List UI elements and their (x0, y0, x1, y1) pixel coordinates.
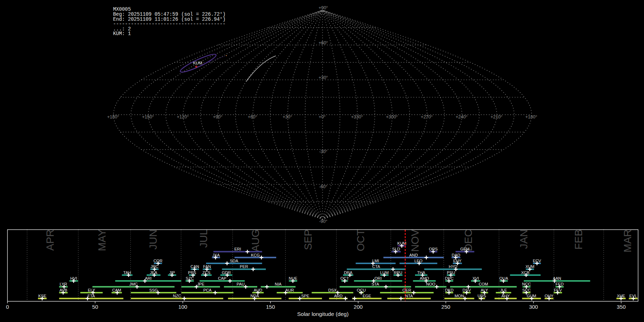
svg-text:AUR: AUR (286, 288, 294, 292)
svg-text:GDR: GDR (222, 270, 231, 275)
svg-text:SEP: SEP (302, 229, 314, 250)
svg-text:HVI: HVI (70, 276, 77, 280)
svg-text:+90°: +90° (318, 5, 328, 10)
svg-text:AMO: AMO (420, 276, 429, 280)
svg-text:JXA: JXA (212, 253, 220, 257)
svg-text:250: 250 (441, 304, 450, 310)
svg-text:JIP: JIP (169, 270, 175, 275)
svg-text:JRC: JRC (151, 264, 158, 269)
svg-text:MON: MON (455, 294, 464, 298)
svg-text:SZC: SZC (186, 276, 194, 280)
svg-text:XHE: XHE (617, 294, 625, 298)
svg-text:OHY: OHY (545, 294, 553, 298)
svg-text:150: 150 (266, 304, 275, 310)
svg-text:AND: AND (409, 253, 418, 257)
svg-text:SPE: SPE (301, 294, 309, 298)
svg-text:200: 200 (354, 304, 363, 310)
svg-text:+60°: +60° (248, 114, 257, 119)
svg-text:LYR: LYR (60, 282, 67, 286)
svg-text:NDA: NDA (250, 294, 259, 298)
svg-text:FTA: FTA (88, 294, 95, 298)
svg-text:NOO: NOO (426, 282, 435, 286)
svg-text:XCB: XCB (521, 270, 530, 275)
svg-text:300: 300 (529, 304, 538, 310)
svg-text:100: 100 (178, 304, 187, 310)
svg-text:DSV: DSV (463, 288, 471, 292)
svg-text:SCC: SCC (522, 288, 531, 292)
svg-text:DSX: DSX (328, 288, 337, 292)
svg-text:JMC: JMC (129, 282, 137, 286)
svg-text:+0°: +0° (319, 114, 326, 119)
svg-text:PER: PER (240, 264, 248, 269)
svg-text:PAU: PAU (236, 282, 244, 286)
svg-text:URS: URS (478, 294, 486, 298)
svg-text:CAM: CAM (112, 288, 121, 292)
svg-text:NCC: NCC (522, 282, 531, 286)
svg-text:KCG: KCG (251, 253, 260, 257)
svg-text:DRA: DRA (344, 270, 352, 275)
svg-text:ORI: ORI (375, 276, 382, 280)
svg-text:NTA: NTA (405, 294, 413, 298)
svg-text:APR: APR (44, 229, 56, 251)
svg-text:+180°: +180° (107, 114, 119, 119)
svg-text:OCT: OCT (341, 276, 349, 280)
svg-text:LEO: LEO (414, 259, 423, 263)
svg-text:FED: FED (556, 282, 564, 286)
svg-text:ELY: ELY (88, 288, 95, 292)
svg-text:+150°: +150° (142, 114, 154, 119)
svg-text:-60°: -60° (319, 184, 327, 189)
svg-text:SDA: SDA (230, 259, 239, 263)
svg-text:NZC: NZC (173, 294, 181, 298)
svg-text:XVI: XVI (472, 276, 479, 280)
svg-text:KUM: KUM (193, 61, 203, 65)
svg-text:COM: COM (479, 282, 488, 286)
svg-text:DKD: DKD (445, 288, 454, 292)
svg-text:Solar longitude (deg): Solar longitude (deg) (297, 311, 348, 317)
svg-text:GUM: GUM (527, 294, 536, 298)
svg-text:+210°: +210° (491, 114, 502, 119)
svg-text:MAY: MAY (96, 229, 108, 251)
svg-text:TAH: TAH (123, 270, 131, 275)
svg-text:HYD: HYD (449, 264, 457, 269)
svg-text:GEM: GEM (460, 247, 470, 251)
svg-text:0: 0 (6, 304, 9, 310)
svg-text:+30°: +30° (283, 114, 292, 119)
svg-text:+120°: +120° (177, 114, 189, 119)
svg-text:350: 350 (617, 304, 626, 310)
svg-text:OCU: OCU (357, 288, 366, 292)
svg-text:FEB: FEB (573, 229, 584, 249)
svg-text:+300°: +300° (386, 114, 398, 119)
svg-text:LMI: LMI (372, 259, 379, 263)
svg-text:OCT: OCT (355, 229, 366, 252)
svg-text:ARD: ARD (334, 294, 343, 298)
svg-text:AAN: AAN (553, 276, 561, 280)
svg-text:SSG: SSG (149, 288, 158, 292)
svg-text:FAN: FAN (203, 264, 211, 269)
svg-text:-90°: -90° (319, 219, 327, 224)
svg-text:STA: STA (371, 282, 379, 286)
svg-text:AHY: AHY (502, 294, 510, 298)
svg-text:DAD: DAD (452, 253, 460, 257)
svg-text:SLD: SLD (392, 247, 400, 251)
svg-text:ARI: ARI (145, 276, 152, 280)
svg-text:AVB: AVB (59, 288, 67, 292)
svg-text:PSU: PSU (447, 270, 455, 275)
svg-text:CAN: CAN (191, 264, 199, 269)
svg-text:CTA: CTA (372, 264, 380, 269)
svg-text:EVL: EVL (629, 294, 637, 298)
svg-text:+60°: +60° (318, 40, 328, 45)
svg-text:KUM: 1: KUM: 1 (113, 31, 131, 36)
svg-text:ERI: ERI (234, 247, 241, 251)
svg-text:RPU: RPU (394, 270, 402, 275)
svg-text:FEV: FEV (554, 288, 562, 292)
svg-text:+30°: +30° (318, 75, 328, 80)
svg-text:+240°: +240° (456, 114, 468, 119)
svg-text:JAN: JAN (518, 229, 530, 249)
svg-text:ZCS: ZCS (202, 270, 210, 275)
svg-text:DPC: DPC (445, 276, 454, 280)
svg-text:JLE: JLE (500, 288, 507, 292)
svg-text:KSE: KSE (38, 294, 47, 298)
svg-text:+330°: +330° (351, 114, 363, 119)
svg-text:JPE: JPE (197, 282, 205, 286)
svg-text:MAR: MAR (622, 229, 633, 252)
